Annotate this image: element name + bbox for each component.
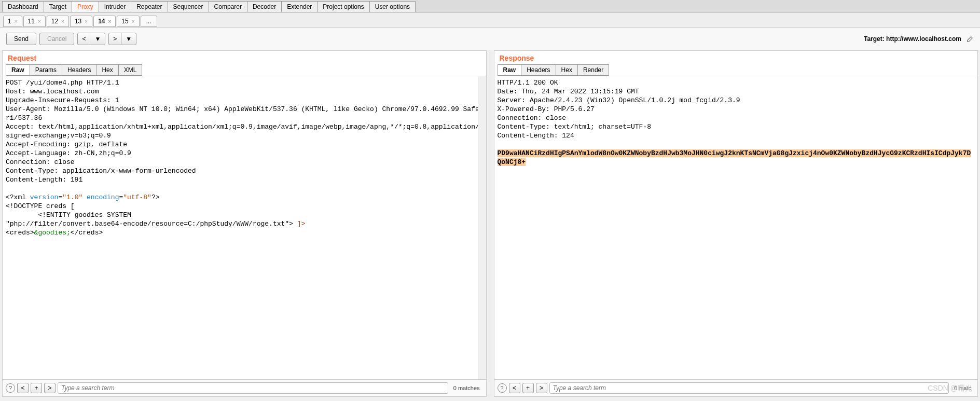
history-prev-dropdown[interactable]: ▼ bbox=[90, 33, 105, 45]
close-icon[interactable]: × bbox=[38, 19, 41, 24]
main-tab-extender[interactable]: Extender bbox=[281, 1, 318, 12]
close-icon[interactable]: × bbox=[85, 19, 88, 24]
search-prev-button[interactable]: < bbox=[17, 383, 29, 393]
main-tab-repeater[interactable]: Repeater bbox=[131, 1, 168, 12]
history-next-dropdown[interactable]: ▼ bbox=[121, 33, 136, 45]
search-next-button[interactable]: > bbox=[536, 383, 547, 393]
history-prev-button[interactable]: < bbox=[77, 33, 90, 45]
search-next-button[interactable]: > bbox=[44, 383, 56, 393]
request-title: Request bbox=[3, 51, 486, 64]
help-icon[interactable]: ? bbox=[498, 383, 507, 393]
response-body-highlight: PD9waHANCiRzdHIgPSAnYmlodW8nOw0KZWNobyBz… bbox=[498, 149, 971, 166]
creds-open: <creds> bbox=[6, 229, 34, 237]
repeater-tab-14[interactable]: 14× bbox=[93, 16, 116, 27]
search-add-button[interactable]: + bbox=[31, 383, 42, 393]
repeater-tab-bar: 1× 11× 12× 13× 14× 15× ... bbox=[0, 12, 980, 27]
main-tab-decoder[interactable]: Decoder bbox=[247, 1, 282, 12]
repeater-tab-1[interactable]: 1× bbox=[3, 16, 22, 27]
history-prev-group: < ▼ bbox=[77, 33, 105, 45]
request-tab-hex[interactable]: Hex bbox=[96, 64, 118, 76]
history-next-button[interactable]: > bbox=[108, 33, 121, 45]
tab-label: 13 bbox=[75, 18, 81, 25]
creds-close: </creds> bbox=[71, 229, 103, 237]
xml-attr-version: version bbox=[30, 193, 59, 201]
edit-target-icon[interactable] bbox=[967, 35, 974, 43]
split-container: Request Raw Params Headers Hex XML POST … bbox=[0, 50, 980, 397]
search-add-button[interactable]: + bbox=[522, 383, 534, 393]
response-tabs: Raw Headers Hex Render bbox=[494, 64, 978, 76]
request-panel: Request Raw Params Headers Hex XML POST … bbox=[2, 50, 487, 397]
tab-label: 15 bbox=[121, 18, 128, 25]
request-search-bar: ? < + > 0 matches bbox=[3, 379, 486, 396]
repeater-tab-11[interactable]: 11× bbox=[23, 16, 46, 27]
request-headers-text: POST /yui/dome4.php HTTP/1.1 Host: www.l… bbox=[6, 79, 479, 184]
xml-decl-open: <?xml bbox=[6, 193, 30, 201]
xml-val-encoding: "utf-8" bbox=[123, 193, 151, 201]
toolbar: Send Cancel < ▼ > ▼ Target: http://www.l… bbox=[0, 27, 980, 50]
request-tabs: Raw Params Headers Hex XML bbox=[3, 64, 486, 76]
tab-label: 12 bbox=[51, 18, 58, 25]
xml-val-version: "1.0" bbox=[62, 193, 82, 201]
response-tab-hex[interactable]: Hex bbox=[556, 64, 578, 76]
tab-label: 1 bbox=[8, 18, 11, 25]
response-search-input[interactable] bbox=[549, 382, 949, 394]
scrollbar[interactable] bbox=[478, 76, 486, 379]
request-tab-headers[interactable]: Headers bbox=[62, 64, 96, 76]
response-tab-render[interactable]: Render bbox=[577, 64, 609, 76]
response-title: Response bbox=[494, 51, 978, 64]
repeater-tab-13[interactable]: 13× bbox=[70, 16, 92, 27]
main-tab-comparer[interactable]: Comparer bbox=[209, 1, 247, 12]
search-prev-button[interactable]: < bbox=[509, 383, 520, 393]
response-tab-raw[interactable]: Raw bbox=[498, 64, 522, 76]
doctype-text: <!DOCTYPE creds [ <!ENTITY goodies SYSTE… bbox=[6, 202, 297, 228]
close-icon[interactable]: × bbox=[15, 19, 18, 24]
split-divider[interactable] bbox=[489, 50, 492, 397]
main-tab-project-options[interactable]: Project options bbox=[317, 1, 369, 12]
response-editor[interactable]: HTTP/1.1 200 OK Date: Thu, 24 Mar 2022 1… bbox=[494, 76, 978, 379]
doctype-close: ]> bbox=[297, 220, 306, 228]
close-icon[interactable]: × bbox=[108, 19, 112, 24]
help-icon[interactable]: ? bbox=[6, 383, 15, 393]
main-tab-sequencer[interactable]: Sequencer bbox=[168, 1, 209, 12]
response-search-bar: ? < + > 0 matc bbox=[494, 379, 978, 396]
request-tab-params[interactable]: Params bbox=[30, 64, 62, 76]
request-editor[interactable]: POST /yui/dome4.php HTTP/1.1 Host: www.l… bbox=[3, 76, 486, 379]
main-tab-proxy[interactable]: Proxy bbox=[72, 1, 99, 12]
request-tab-xml[interactable]: XML bbox=[118, 64, 143, 76]
tab-label: 11 bbox=[28, 18, 35, 25]
request-tab-raw[interactable]: Raw bbox=[6, 64, 30, 76]
history-next-group: > ▼ bbox=[108, 33, 136, 45]
repeater-tab-15[interactable]: 15× bbox=[117, 16, 139, 27]
request-search-input[interactable] bbox=[58, 382, 448, 394]
repeater-tab-12[interactable]: 12× bbox=[47, 16, 69, 27]
main-tab-intruder[interactable]: Intruder bbox=[99, 1, 131, 12]
main-tab-dashboard[interactable]: Dashboard bbox=[2, 1, 44, 12]
main-tab-bar: Dashboard Target Proxy Intruder Repeater… bbox=[0, 0, 980, 12]
close-icon[interactable]: × bbox=[61, 19, 64, 24]
request-match-count: 0 matches bbox=[450, 385, 483, 391]
xml-decl-close: ?> bbox=[151, 193, 160, 201]
target-label: Target: http://www.localhost.com bbox=[864, 35, 961, 43]
xml-attr-encoding: encoding bbox=[82, 193, 119, 201]
response-headers-text: HTTP/1.1 200 OK Date: Thu, 24 Mar 2022 1… bbox=[498, 79, 740, 140]
response-tab-headers[interactable]: Headers bbox=[521, 64, 556, 76]
tab-label: 14 bbox=[98, 18, 105, 25]
main-tab-user-options[interactable]: User options bbox=[369, 1, 416, 12]
repeater-tab-more[interactable]: ... bbox=[141, 16, 157, 27]
response-panel: Response Raw Headers Hex Render HTTP/1.1… bbox=[494, 50, 978, 397]
cancel-button[interactable]: Cancel bbox=[39, 33, 74, 45]
main-tab-target[interactable]: Target bbox=[44, 1, 72, 12]
send-button[interactable]: Send bbox=[6, 33, 36, 45]
entity-ref: &goodies; bbox=[34, 229, 71, 237]
close-icon[interactable]: × bbox=[132, 19, 135, 24]
response-match-count: 0 matc bbox=[951, 385, 974, 391]
